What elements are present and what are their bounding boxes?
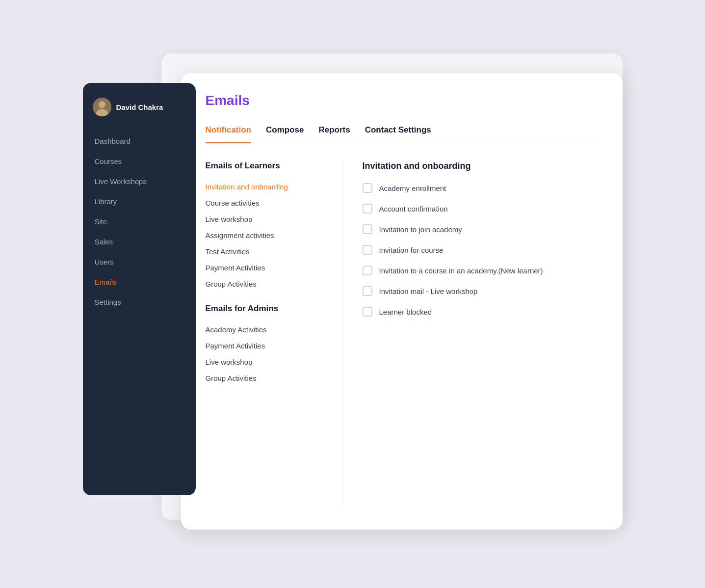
right-panel: Invitation and onboarding Academy enroll…	[343, 161, 598, 505]
panel-title: Invitation and onboarding	[363, 161, 598, 171]
content-area: Emails of Learners Invitation and onboar…	[206, 161, 598, 505]
checkbox-label-academy-enrollment: Academy enrollment	[379, 184, 446, 192]
menu-item-course-activities[interactable]: Course activities	[206, 195, 328, 211]
admins-section-title: Emails for Admins	[206, 304, 328, 314]
tab-reports[interactable]: Reports	[318, 120, 350, 143]
tab-notification[interactable]: Notification	[206, 120, 252, 143]
checkbox-item-invitation-course: Invitation for course	[363, 245, 598, 255]
nav-item-courses[interactable]: Courses	[83, 151, 196, 171]
sidebar: David Chakra Dashboard Courses Live Work…	[83, 83, 196, 495]
checkbox-label-invitation-course: Invitation for course	[379, 246, 444, 254]
checkbox-label-learner-blocked: Learner blocked	[379, 308, 432, 316]
user-name: David Chakra	[116, 103, 163, 111]
checkbox-item-invitation-join-academy: Invitation to join academy	[363, 224, 598, 234]
menu-item-live-workshop[interactable]: Live workshop	[206, 211, 328, 227]
svg-point-1	[99, 101, 105, 108]
checkbox-item-academy-enrollment: Academy enrollment	[363, 183, 598, 193]
menu-item-payment-activities[interactable]: Payment Activities	[206, 260, 328, 276]
avatar	[93, 98, 111, 116]
menu-item-live-workshop-admin[interactable]: Live workshop	[206, 354, 328, 370]
tab-contact-settings[interactable]: Contact Settings	[365, 120, 431, 143]
checkbox-item-account-confirmation: Account confirmation	[363, 204, 598, 214]
learners-section-title: Emails of Learners	[206, 161, 328, 171]
nav-item-settings[interactable]: Settings	[83, 292, 196, 312]
nav-item-emails[interactable]: Emails	[83, 272, 196, 292]
menu-item-academy-activities[interactable]: Academy Activities	[206, 321, 328, 338]
checkbox-invitation-course[interactable]	[363, 245, 372, 255]
checkbox-label-invitation-join-academy: Invitation to join academy	[379, 225, 462, 234]
nav-item-sales[interactable]: Sales	[83, 232, 196, 252]
menu-item-invitation-onboarding[interactable]: Invitation and onboarding	[206, 179, 328, 195]
checkbox-label-invitation-course-academy: Invitation to a course in an academy.(Ne…	[379, 267, 543, 275]
checkbox-invitation-course-academy[interactable]	[363, 266, 372, 275]
menu-item-group-activities[interactable]: Group Activities	[206, 276, 328, 292]
checkbox-academy-enrollment[interactable]	[363, 183, 372, 193]
checkbox-item-invitation-mail-workshop: Invitation mail - Live workshop	[363, 286, 598, 296]
checkbox-item-learner-blocked: Learner blocked	[363, 307, 598, 317]
checkbox-label-account-confirmation: Account confirmation	[379, 205, 448, 213]
nav-item-users[interactable]: Users	[83, 252, 196, 272]
user-info: David Chakra	[83, 98, 196, 131]
left-panel: Emails of Learners Invitation and onboar…	[206, 161, 343, 505]
checkbox-invitation-join-academy[interactable]	[363, 224, 372, 234]
menu-item-group-activities-admin[interactable]: Group Activities	[206, 370, 328, 386]
page-title: Emails	[206, 93, 598, 108]
tabs-container: Notification Compose Reports Contact Set…	[206, 120, 598, 143]
nav-item-dashboard[interactable]: Dashboard	[83, 131, 196, 151]
menu-item-assignment-activities[interactable]: Assignment activities	[206, 227, 328, 243]
checkbox-invitation-mail-workshop[interactable]	[363, 286, 372, 296]
checkbox-label-invitation-mail-workshop: Invitation mail - Live workshop	[379, 287, 478, 295]
main-card: Emails Notification Compose Reports Cont…	[181, 73, 623, 530]
menu-item-payment-activities-admin[interactable]: Payment Activities	[206, 338, 328, 354]
tab-compose[interactable]: Compose	[266, 120, 304, 143]
checkbox-item-invitation-course-academy: Invitation to a course in an academy.(Ne…	[363, 266, 598, 275]
nav-item-live-workshops[interactable]: Live Workshops	[83, 171, 196, 191]
menu-item-test-activities[interactable]: Test Activities	[206, 243, 328, 260]
nav-item-library[interactable]: Library	[83, 191, 196, 212]
checkbox-account-confirmation[interactable]	[363, 204, 372, 214]
checkbox-learner-blocked[interactable]	[363, 307, 372, 317]
nav-item-site[interactable]: Site	[83, 212, 196, 232]
